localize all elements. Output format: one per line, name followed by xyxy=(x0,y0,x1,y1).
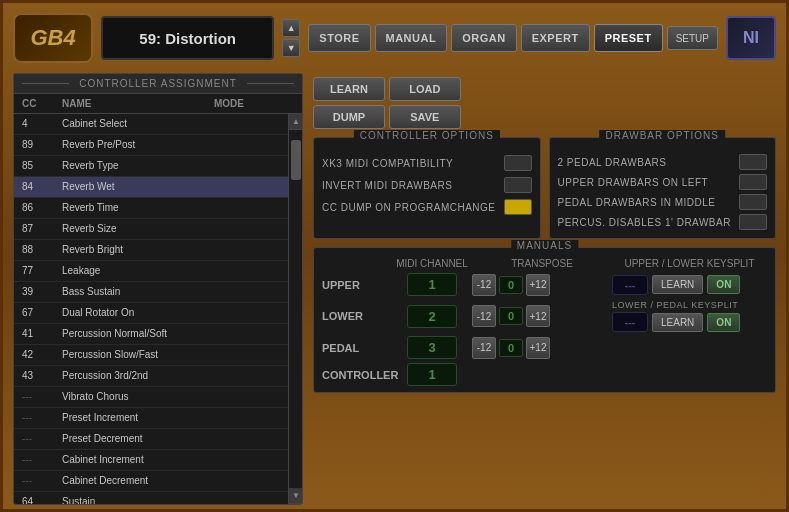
table-row[interactable]: 87 Reverb Size xyxy=(14,219,302,240)
option-toggle-xk3[interactable] xyxy=(504,155,532,171)
upper-transpose-minus[interactable]: -12 xyxy=(472,274,496,296)
cc-name: Percussion Slow/Fast xyxy=(62,347,234,363)
nav-up-button[interactable]: ▲ xyxy=(282,19,300,37)
cc-num: 4 xyxy=(22,116,62,132)
upper-transpose-plus[interactable]: +12 xyxy=(526,274,550,296)
drawbar-toggle-pedal[interactable] xyxy=(739,154,767,170)
top-buttons: STORE MANUAL ORGAN EXPERT PRESET SETUP xyxy=(308,24,718,52)
scroll-up-arrow[interactable]: ▲ xyxy=(289,114,302,130)
manual-button[interactable]: MANUAL xyxy=(375,24,448,52)
option-toggle-invert[interactable] xyxy=(504,177,532,193)
pedal-transpose-plus[interactable]: +12 xyxy=(526,337,550,359)
lower-keysplit-area: LOWER / PEDAL KEYSPLIT --- LEARN ON xyxy=(612,300,767,332)
nav-arrows: ▲ ▼ xyxy=(282,19,300,57)
table-row[interactable]: --- Cabinet Increment xyxy=(14,450,302,471)
table-row[interactable]: 77 Leakage xyxy=(14,261,302,282)
option-label-cc-dump: CC DUMP ON PROGRAMCHANGE xyxy=(322,202,496,213)
right-top: LEARN LOAD DUMP SAVE xyxy=(313,73,776,129)
preset-name: 59: Distortion xyxy=(139,30,236,47)
cc-num: 84 xyxy=(22,179,62,195)
dump-button[interactable]: DUMP xyxy=(313,105,385,129)
table-row[interactable]: 39 Bass Sustain xyxy=(14,282,302,303)
top-bar: GB4 59: Distortion ▲ ▼ STORE MANUAL ORGA… xyxy=(3,3,786,73)
cc-name: Sustain xyxy=(62,494,234,504)
cc-name: Cabinet Select xyxy=(62,116,234,132)
cc-name: Leakage xyxy=(62,263,234,279)
manual-lower-label: LOWER xyxy=(322,310,392,322)
panel-header: CONTROLLER ASSIGNMENT xyxy=(14,74,302,94)
scroll-thumb[interactable] xyxy=(291,140,301,180)
table-row[interactable]: --- Cabinet Decrement xyxy=(14,471,302,492)
table-row[interactable]: 88 Reverb Bright xyxy=(14,240,302,261)
table-row[interactable]: 41 Percussion Normal/Soft xyxy=(14,324,302,345)
table-row[interactable]: --- Preset Decrement xyxy=(14,429,302,450)
store-button[interactable]: STORE xyxy=(308,24,370,52)
pedal-transpose-minus[interactable]: -12 xyxy=(472,337,496,359)
cc-name: Bass Sustain xyxy=(62,284,234,300)
nav-down-button[interactable]: ▼ xyxy=(282,39,300,57)
lower-transpose-minus[interactable]: -12 xyxy=(472,305,496,327)
manual-upper-midi-ch: 1 xyxy=(392,273,472,296)
lower-keysplit-label: LOWER / PEDAL KEYSPLIT xyxy=(612,300,767,310)
table-row[interactable]: 86 Reverb Time xyxy=(14,198,302,219)
learn-button[interactable]: LEARN xyxy=(313,77,385,101)
upper-keysplit-learn[interactable]: LEARN xyxy=(652,275,703,294)
load-button[interactable]: LOAD xyxy=(389,77,461,101)
cc-num: --- xyxy=(22,389,62,405)
table-row[interactable]: 85 Reverb Type xyxy=(14,156,302,177)
option-row-invert: INVERT MIDI DRAWBARS xyxy=(322,174,532,196)
cc-name: Reverb Wet xyxy=(62,179,234,195)
drawbar-toggle-percus[interactable] xyxy=(739,214,767,230)
table-row[interactable]: 64 Sustain xyxy=(14,492,302,504)
cc-name: Preset Increment xyxy=(62,410,234,426)
manual-pedal-label: PEDAL xyxy=(322,342,392,354)
table-row[interactable]: --- Preset Increment xyxy=(14,408,302,429)
table-row[interactable]: 89 Reverb Pre/Post xyxy=(14,135,302,156)
setup-button[interactable]: SETUP xyxy=(667,26,718,50)
manuals-col-midi: MIDI CHANNEL xyxy=(392,258,472,269)
table-row[interactable]: 67 Dual Rotator On xyxy=(14,303,302,324)
drawbar-toggle-middle[interactable] xyxy=(739,194,767,210)
drawbar-label-upper: UPPER DRAWBARS ON LEFT xyxy=(558,177,709,188)
upper-transpose: -12 0 +12 xyxy=(472,274,612,296)
right-panel: LEARN LOAD DUMP SAVE CONTROLLER OPTIONS … xyxy=(313,73,776,505)
option-toggle-cc-dump[interactable] xyxy=(504,199,532,215)
drawbar-label-middle: PEDAL DRAWBARS IN MIDDLE xyxy=(558,197,716,208)
expert-button[interactable]: EXPERT xyxy=(521,24,590,52)
preset-button[interactable]: PRESET xyxy=(594,24,663,52)
manuals-col-keysplit: UPPER / LOWER KEYSPLIT xyxy=(612,258,767,269)
lower-keysplit-group: --- LEARN ON xyxy=(612,312,767,332)
cc-name: Reverb Pre/Post xyxy=(62,137,234,153)
controller-options-title: CONTROLLER OPTIONS xyxy=(354,130,500,141)
option-row-cc-dump: CC DUMP ON PROGRAMCHANGE xyxy=(322,196,532,218)
header-line-right xyxy=(247,83,294,84)
save-button[interactable]: SAVE xyxy=(389,105,461,129)
table-row[interactable]: 43 Percussion 3rd/2nd xyxy=(14,366,302,387)
table-row[interactable]: 4 Cabinet Select xyxy=(14,114,302,135)
organ-button[interactable]: ORGAN xyxy=(451,24,516,52)
drawbar-label-pedal: 2 PEDAL DRAWBARS xyxy=(558,157,667,168)
lower-keysplit-learn[interactable]: LEARN xyxy=(652,313,703,332)
drawbar-row-percus: PERCUS. DISABLES 1' DRAWBAR xyxy=(558,212,768,232)
cc-num: 67 xyxy=(22,305,62,321)
table-row[interactable]: 42 Percussion Slow/Fast xyxy=(14,345,302,366)
app-frame: GB4 59: Distortion ▲ ▼ STORE MANUAL ORGA… xyxy=(0,0,789,512)
lower-keysplit-on[interactable]: ON xyxy=(707,313,740,332)
lower-transpose-value: 0 xyxy=(499,307,523,325)
cc-num: --- xyxy=(22,431,62,447)
lower-transpose-plus[interactable]: +12 xyxy=(526,305,550,327)
upper-midi-display: 1 xyxy=(407,273,457,296)
upper-keysplit-on[interactable]: ON xyxy=(707,275,740,294)
header-line-left xyxy=(22,83,69,84)
scrollbar[interactable]: ▲ ▼ xyxy=(288,114,302,504)
lower-transpose: -12 0 +12 xyxy=(472,305,612,327)
drawbar-toggle-upper[interactable] xyxy=(739,174,767,190)
cc-list-panel: CONTROLLER ASSIGNMENT CC NAME MODE 4 Cab… xyxy=(13,73,303,505)
scroll-down-arrow[interactable]: ▼ xyxy=(289,488,302,504)
logo-text: GB4 xyxy=(30,25,75,51)
manual-lower-midi-ch: 2 xyxy=(392,305,472,328)
table-row[interactable]: --- Vibrato Chorus xyxy=(14,387,302,408)
table-row-selected[interactable]: 84 Reverb Wet xyxy=(14,177,302,198)
cc-name: Cabinet Increment xyxy=(62,452,234,468)
cc-name: Vibrato Chorus xyxy=(62,389,234,405)
